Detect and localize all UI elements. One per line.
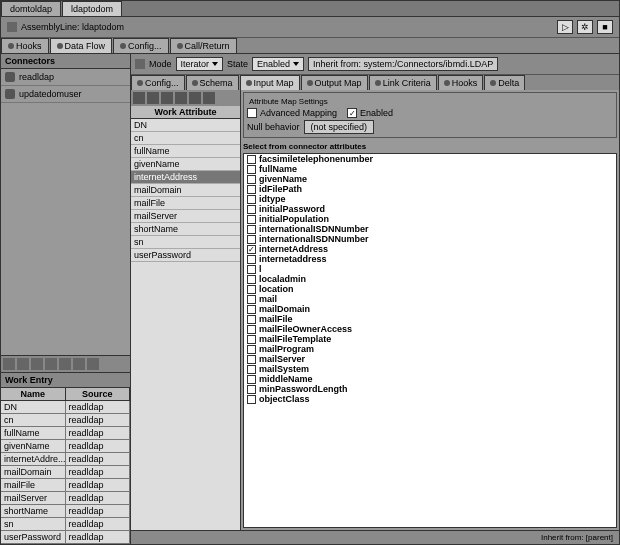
connector-attr-item[interactable]: mailFileOwnerAccess (244, 324, 616, 334)
work-entry-row[interactable]: mailDomainreadldap (1, 466, 130, 479)
attr-checkbox[interactable] (247, 155, 256, 164)
work-attribute-item[interactable]: userPassword (131, 249, 240, 262)
connector-attr-item[interactable]: internationalISDNNumber (244, 234, 616, 244)
connector-item[interactable]: readldap (1, 69, 130, 86)
attr-checkbox[interactable] (247, 255, 256, 264)
attr-checkbox[interactable] (247, 375, 256, 384)
connector-attr-item[interactable]: facsimiletelephonenumber (244, 154, 616, 164)
attr-checkbox[interactable] (247, 195, 256, 204)
connector-attr-item[interactable]: mailDomain (244, 304, 616, 314)
connector-attr-item[interactable]: l (244, 264, 616, 274)
attr-checkbox[interactable] (247, 355, 256, 364)
connector-attr-item[interactable]: objectClass (244, 394, 616, 404)
wa-tool-icon[interactable] (133, 92, 145, 104)
connector-attr-list[interactable]: facsimiletelephonenumberfullNamegivenNam… (243, 153, 617, 528)
connector-attr-item[interactable]: mailFile (244, 314, 616, 324)
connector-attr-item[interactable]: mail (244, 294, 616, 304)
work-entry-row[interactable]: DNreadldap (1, 401, 130, 414)
connector-attr-item[interactable]: internetAddress (244, 244, 616, 254)
attr-checkbox[interactable] (247, 345, 256, 354)
tool-icon[interactable] (31, 358, 43, 370)
work-entry-row[interactable]: mailServerreadldap (1, 492, 130, 505)
connector-attr-item[interactable]: mailProgram (244, 344, 616, 354)
attr-checkbox[interactable] (247, 215, 256, 224)
attr-checkbox[interactable] (247, 275, 256, 284)
work-entry-row[interactable]: userPasswordreadldap (1, 531, 130, 544)
attr-checkbox[interactable] (247, 385, 256, 394)
work-entry-row[interactable]: snreadldap (1, 518, 130, 531)
tool-icon[interactable] (17, 358, 29, 370)
inherit-button[interactable]: Inherit from: system:/Connectors/ibmdi.L… (308, 57, 498, 71)
run-button[interactable]: ▷ (557, 20, 573, 34)
right-tab[interactable]: Config... (131, 75, 185, 90)
tool-icon[interactable] (3, 358, 15, 370)
work-attribute-item[interactable]: mailFile (131, 197, 240, 210)
work-entry-row[interactable]: givenNamereadldap (1, 440, 130, 453)
connector-attr-item[interactable]: minPasswordLength (244, 384, 616, 394)
work-attribute-item[interactable]: fullName (131, 145, 240, 158)
wa-tool-icon[interactable] (175, 92, 187, 104)
wa-tool-icon[interactable] (203, 92, 215, 104)
attr-checkbox[interactable] (247, 365, 256, 374)
connector-attr-item[interactable]: idtype (244, 194, 616, 204)
sub-tab[interactable]: Data Flow (50, 38, 113, 53)
tool-icon[interactable] (59, 358, 71, 370)
sub-tab[interactable]: Hooks (1, 38, 49, 53)
right-tab[interactable]: Hooks (438, 75, 484, 90)
work-entry-row[interactable]: fullNamereadldap (1, 427, 130, 440)
right-tab[interactable]: Output Map (301, 75, 368, 90)
connector-attr-item[interactable]: initialPopulation (244, 214, 616, 224)
sub-tab[interactable]: Config... (113, 38, 169, 53)
attr-checkbox[interactable] (247, 245, 256, 254)
work-entry-row[interactable]: internetAddre...readldap (1, 453, 130, 466)
wa-tool-icon[interactable] (189, 92, 201, 104)
attr-checkbox[interactable] (247, 265, 256, 274)
top-tab[interactable]: domtoldap (1, 1, 61, 16)
right-tab[interactable]: Input Map (240, 75, 300, 90)
connector-attr-item[interactable]: initialPassword (244, 204, 616, 214)
attr-checkbox[interactable] (247, 225, 256, 234)
state-dropdown[interactable]: Enabled (252, 57, 304, 71)
work-entry-row[interactable]: mailFilereadldap (1, 479, 130, 492)
connector-attr-item[interactable]: mailServer (244, 354, 616, 364)
right-tab[interactable]: Schema (186, 75, 239, 90)
mode-dropdown[interactable]: Iterator (176, 57, 224, 71)
connector-attr-item[interactable]: idFilePath (244, 184, 616, 194)
null-behavior-button[interactable]: (not specified) (304, 120, 375, 134)
tool-icon[interactable] (73, 358, 85, 370)
tool-icon[interactable] (87, 358, 99, 370)
work-attribute-item[interactable]: cn (131, 132, 240, 145)
connector-attr-item[interactable]: internationalISDNNumber (244, 224, 616, 234)
work-entry-row[interactable]: shortNamereadldap (1, 505, 130, 518)
work-entry-row[interactable]: cnreadldap (1, 414, 130, 427)
work-attribute-item[interactable]: mailDomain (131, 184, 240, 197)
connector-attr-item[interactable]: location (244, 284, 616, 294)
connector-attr-item[interactable]: middleName (244, 374, 616, 384)
attr-checkbox[interactable] (247, 325, 256, 334)
work-attribute-item[interactable]: shortName (131, 223, 240, 236)
work-attribute-item[interactable]: sn (131, 236, 240, 249)
wa-tool-icon[interactable] (147, 92, 159, 104)
work-attribute-item[interactable]: mailServer (131, 210, 240, 223)
attr-checkbox[interactable] (247, 305, 256, 314)
tool-icon[interactable] (45, 358, 57, 370)
enabled-checkbox[interactable] (347, 108, 357, 118)
gear-button[interactable]: ✲ (577, 20, 593, 34)
connector-attr-item[interactable]: fullName (244, 164, 616, 174)
work-attribute-item[interactable]: DN (131, 119, 240, 132)
connector-attr-item[interactable]: mailSystem (244, 364, 616, 374)
attr-checkbox[interactable] (247, 295, 256, 304)
attr-checkbox[interactable] (247, 205, 256, 214)
attr-checkbox[interactable] (247, 175, 256, 184)
attr-checkbox[interactable] (247, 395, 256, 404)
attr-checkbox[interactable] (247, 285, 256, 294)
right-tab[interactable]: Delta (484, 75, 525, 90)
right-tab[interactable]: Link Criteria (369, 75, 437, 90)
connector-attr-item[interactable]: mailFileTemplate (244, 334, 616, 344)
advanced-checkbox[interactable] (247, 108, 257, 118)
top-tab[interactable]: ldaptodom (62, 1, 122, 16)
attr-checkbox[interactable] (247, 165, 256, 174)
stop-button[interactable]: ■ (597, 20, 613, 34)
connector-attr-item[interactable]: givenName (244, 174, 616, 184)
work-attribute-item[interactable]: givenName (131, 158, 240, 171)
